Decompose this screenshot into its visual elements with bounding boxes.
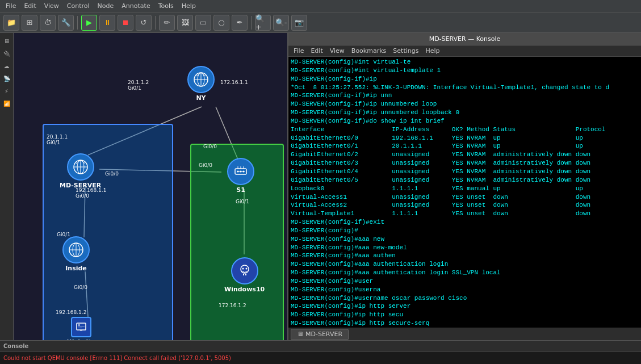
website-ip: 192.168.1.2: [56, 309, 86, 315]
terminal-line-28: MD-SERVER(config)#username oscar passwor…: [291, 294, 639, 303]
node-website[interactable]: Website eth0: [67, 317, 95, 340]
konsole-titlebar: MD-SERVER — Konsole: [288, 33, 641, 45]
node-s1[interactable]: S1: [227, 158, 254, 194]
svg-rect-24: [78, 327, 85, 327]
ny-gi01-ip: 20.1.1.2: [128, 80, 149, 85]
sidebar-icon-5[interactable]: ⚡: [1, 85, 12, 97]
sep3: [251, 16, 252, 30]
s1-gi01: Gi0/1: [236, 199, 249, 204]
svg-point-37: [245, 268, 247, 270]
stop-button[interactable]: ⏹: [118, 15, 133, 31]
windows10-label: Windows10: [224, 286, 265, 293]
toolbar: 📁 ⊞ ⏱ 🔧 ▶ ⏸ ⏹ ↺ ✏ 🖼 ▭ ○ ✒ 🔍+ 🔍- 📷: [0, 12, 641, 33]
svg-point-35: [241, 265, 249, 273]
menu-tools[interactable]: Tools: [155, 1, 177, 11]
s1-label: S1: [236, 186, 245, 194]
inside-gi00: Gi0/0: [74, 284, 87, 290]
menu-annotate[interactable]: Annotate: [118, 1, 153, 11]
konsole-menu-file[interactable]: File: [291, 47, 307, 55]
left-sidebar: 🖥 🔌 ☁ 📡 ⚡ 📶: [0, 33, 14, 340]
website-label: Website: [67, 338, 95, 340]
terminal-line-26: MD-SERVER(config)#user: [291, 277, 639, 286]
konsole-title: MD-SERVER — Konsole: [429, 35, 501, 43]
top-menubar: File Edit View Control Node Annotate Too…: [0, 0, 641, 12]
ny-icon: [187, 66, 215, 93]
menu-view[interactable]: View: [41, 1, 62, 11]
konsole-menu-settings[interactable]: Settings: [390, 47, 421, 55]
terminal-line-23: MD-SERVER(config)#aaa authen: [291, 252, 639, 260]
md-gi01-ip: 20.1.1.1: [47, 134, 68, 140]
terminal-line-22: MD-SERVER(config)#aaa new-model: [291, 244, 639, 252]
konsole-menu-help[interactable]: Help: [422, 47, 442, 55]
zoom-in-button[interactable]: 🔍+: [255, 15, 271, 31]
network-diagram[interactable]: 🖥 🔌 ☁ 📡 ⚡ 📶: [0, 33, 288, 340]
console-bar: Console: [0, 340, 641, 352]
ellipse-button[interactable]: ○: [213, 15, 229, 31]
error-bar: Could not start QEMU console [Errno 111]…: [0, 352, 641, 364]
konsole-menu-bookmarks[interactable]: Bookmarks: [349, 47, 389, 55]
sidebar-icon-6[interactable]: 📶: [1, 98, 12, 109]
rect-button[interactable]: ▭: [195, 15, 211, 31]
terminal-tabs: 🖥 MD-SERVER: [288, 328, 641, 340]
menu-file[interactable]: File: [2, 1, 19, 11]
terminal-line-4: MD-SERVER(config-if)#ip unn: [291, 91, 639, 100]
menu-control[interactable]: Control: [64, 1, 93, 11]
error-text: Could not start QEMU console [Errno 111]…: [3, 355, 231, 361]
terminal-line-3: *Oct 8 01:25:27.552: %LINK-3-UPDOWN: Int…: [291, 83, 639, 92]
md-server-icon: [67, 153, 94, 181]
konsole-menubar: File Edit View Bookmarks Settings Help: [288, 45, 641, 57]
sidebar-icon-4[interactable]: 📡: [1, 73, 12, 84]
konsole-menu-view[interactable]: View: [327, 47, 347, 55]
terminal-line-21: MD-SERVER(config)#aaa new: [291, 235, 639, 244]
reload-button[interactable]: ↺: [136, 15, 152, 31]
open-button[interactable]: 📁: [3, 15, 19, 31]
node-inside[interactable]: Inside: [62, 236, 90, 272]
screenshot-button[interactable]: 📷: [291, 15, 307, 31]
sidebar-icon-1[interactable]: 🖥: [1, 35, 12, 47]
konsole-menu-edit[interactable]: Edit: [308, 47, 325, 55]
terminal-tab-icon: 🖥: [297, 330, 303, 338]
svg-rect-25: [78, 328, 82, 328]
sidebar-icon-2[interactable]: 🔌: [1, 48, 12, 59]
terminal-line-31: MD-SERVER(config)#ip http secure-serq: [291, 319, 639, 328]
line-button[interactable]: ✒: [232, 15, 248, 31]
sidebar-icon-3[interactable]: ☁: [1, 60, 12, 72]
ny-s1-gi00: Gi0/0: [203, 144, 217, 149]
inside-icon: [62, 236, 90, 263]
node-windows10[interactable]: Windows10: [224, 257, 265, 293]
terminal-line-10: GigabitEthernet0/1 20.1.1.1 YES NVRAM up…: [291, 142, 639, 150]
md-gi00: Gi0/0: [76, 193, 89, 199]
menu-node[interactable]: Node: [94, 1, 118, 11]
terminal-line-2: MD-SERVER(config-if)#ip: [291, 75, 639, 83]
terminal-line-7: MD-SERVER(config-if)#do show ip int brie…: [291, 117, 639, 125]
image-button[interactable]: 🖼: [177, 15, 193, 31]
config-button[interactable]: 🔧: [58, 15, 74, 31]
svg-point-30: [240, 171, 242, 173]
menu-edit[interactable]: Edit: [20, 1, 39, 11]
inside-label: Inside: [65, 265, 87, 272]
terminal-line-0: MD-SERVER(config)#int virtual-te: [291, 58, 639, 66]
node-ny[interactable]: NY: [187, 66, 215, 102]
timer-button[interactable]: ⏱: [40, 15, 56, 31]
zoom-out-button[interactable]: 🔍-: [273, 15, 289, 31]
terminal-output[interactable]: MD-SERVER(config)#int virtual-teMD-SERVE…: [288, 57, 641, 328]
menu-help[interactable]: Help: [178, 1, 199, 11]
play-button[interactable]: ▶: [81, 15, 97, 31]
website-icon: [71, 317, 91, 337]
terminal-line-8: Interface IP-Address OK? Method Status P…: [291, 125, 639, 134]
terminal-line-14: GigabitEthernet0/5 unassigned YES NVRAM …: [291, 176, 639, 185]
terminal-line-17: Virtual-Access2 unassigned YES unset dow…: [291, 201, 639, 210]
svg-point-29: [237, 171, 239, 173]
grid-button[interactable]: ⊞: [22, 15, 37, 31]
edit-button[interactable]: ✏: [159, 15, 175, 31]
sep2: [155, 16, 156, 30]
node-md-server[interactable]: MD-SERVER: [60, 153, 101, 189]
terminal-line-12: GigabitEthernet0/3 unassigned YES NVRAM …: [291, 159, 639, 168]
ny-gi01: Gi0/1: [128, 85, 141, 91]
terminal-line-5: MD-SERVER(config-if)#ip unnumbered loop: [291, 100, 639, 108]
main-content: 🖥 🔌 ☁ 📡 ⚡ 📶: [0, 33, 641, 340]
terminal-tab-md-server[interactable]: 🖥 MD-SERVER: [291, 329, 349, 340]
terminal-line-11: GigabitEthernet0/2 unassigned YES NVRAM …: [291, 150, 639, 159]
pause-button[interactable]: ⏸: [99, 15, 115, 31]
terminal-line-1: MD-SERVER(config)#int virtual-template 1: [291, 66, 639, 75]
